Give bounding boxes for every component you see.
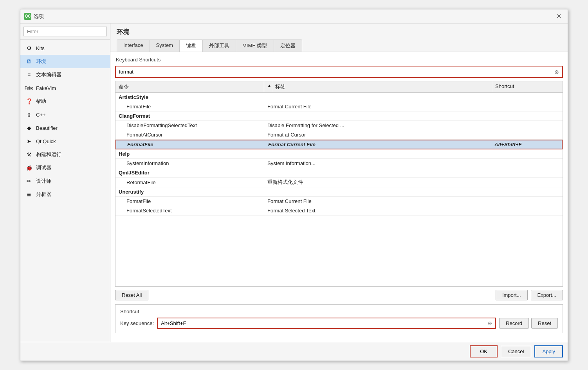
td-shortcut — [492, 124, 563, 127]
tab-locator[interactable]: 定位器 — [274, 40, 302, 52]
record-reset-buttons: Record Reset — [499, 318, 558, 329]
table-row[interactable]: FormatFileFormat Current FileAlt+Shift+F — [115, 140, 563, 149]
td-shortcut — [492, 115, 563, 117]
table-body: ArtisticStyleFormatFileFormat Current Fi… — [115, 93, 563, 216]
table-actions: Reset All Import... Export... — [115, 290, 563, 300]
table-row[interactable]: SystemInformationSystem Information... — [115, 159, 563, 168]
td-command: DisableFormattingSelectedText — [115, 121, 264, 129]
tab-keyboard[interactable]: 键盘 — [179, 40, 203, 52]
dialog: QC 选项 ✕ ⚙Kits🖥环境≡文本编辑器FakeFakeVim❓帮助{}C+… — [20, 9, 568, 361]
build-run-icon: ⚒ — [25, 151, 33, 158]
sidebar-item-kits[interactable]: ⚙Kits — [20, 41, 110, 55]
sidebar-list: ⚙Kits🖥环境≡文本编辑器FakeFakeVim❓帮助{}C++◆Beauti… — [20, 40, 110, 342]
app-icon: QC — [24, 13, 31, 20]
tab-external-tools[interactable]: 外部工具 — [202, 40, 236, 52]
td-command: FormatFile — [115, 102, 264, 111]
export-button[interactable]: Export... — [531, 290, 563, 300]
text-editor-icon: ≡ — [25, 71, 33, 79]
td-command: Uncrustify — [115, 188, 264, 196]
import-button[interactable]: Import... — [496, 290, 528, 300]
td-shortcut: Alt+Shift+F — [491, 140, 562, 149]
table-row[interactable]: QmlJSEditor — [115, 168, 563, 178]
sidebar-item-build-run[interactable]: ⚒构建和运行 — [20, 148, 110, 161]
th-shortcut: Shortcut — [492, 81, 563, 92]
sidebar-item-debugger[interactable]: 🐞调试器 — [20, 161, 110, 174]
sidebar-item-analyzer[interactable]: ≣分析器 — [20, 188, 110, 201]
sidebar-item-text-editor[interactable]: ≡文本编辑器 — [20, 68, 110, 81]
reset-all-button[interactable]: Reset All — [115, 290, 148, 300]
td-command: FormatAtCursor — [115, 131, 264, 139]
search-row: ⊗ — [115, 66, 563, 78]
import-export-group: Import... Export... — [496, 290, 563, 300]
cancel-button[interactable]: Cancel — [501, 346, 531, 357]
tab-mime-types[interactable]: MIME 类型 — [236, 40, 274, 52]
key-sequence-input[interactable] — [158, 318, 485, 328]
sidebar-item-help[interactable]: ❓帮助 — [20, 95, 110, 108]
shortcut-section-title: Shortcut — [120, 309, 558, 314]
apply-button[interactable]: Apply — [534, 345, 563, 357]
sidebar-item-cpp[interactable]: {}C++ — [20, 108, 110, 121]
table-row[interactable]: DisableFormattingSelectedTextDisable For… — [115, 121, 563, 130]
td-shortcut — [492, 210, 563, 212]
th-tag: 标签 — [272, 81, 492, 92]
filter-wrap — [20, 23, 110, 40]
qt-quick-icon: ➤ — [25, 137, 33, 145]
td-tag: Format at Cursor — [264, 131, 492, 139]
td-tag: System Information... — [264, 159, 492, 167]
td-shortcut — [492, 181, 563, 183]
th-arrow[interactable]: ▲ — [264, 81, 272, 92]
table-row[interactable]: ArtisticStyle — [115, 93, 563, 102]
kits-icon: ⚙ — [25, 44, 33, 52]
ok-button[interactable]: OK — [470, 345, 498, 357]
environment-icon: 🖥 — [25, 57, 33, 65]
filter-input[interactable] — [23, 27, 107, 36]
td-command: ArtisticStyle — [115, 93, 264, 101]
table-row[interactable]: ReformatFile重新格式化文件 — [115, 178, 563, 187]
search-clear-icon[interactable]: ⊗ — [551, 67, 562, 77]
table-row[interactable]: FormatSelectedTextFormat Selected Text — [115, 206, 563, 216]
sidebar-label-text-editor: 文本编辑器 — [36, 71, 61, 78]
table-row[interactable]: Help — [115, 149, 563, 159]
sidebar-label-fakevim: FakeVim — [36, 85, 56, 91]
table-row[interactable]: FormatFileFormat Current File — [115, 197, 563, 206]
debugger-icon: 🐞 — [25, 164, 33, 172]
title-bar: QC 选项 ✕ — [20, 9, 568, 23]
key-seq-clear-icon[interactable]: ⊗ — [485, 319, 495, 328]
td-command: FormatFile — [116, 140, 265, 149]
table-row[interactable]: ClangFormat — [115, 111, 563, 121]
table-row[interactable]: Uncrustify — [115, 187, 563, 197]
td-shortcut — [492, 162, 563, 165]
main-content: 环境 InterfaceSystem键盘外部工具MIME 类型定位器 Keybo… — [110, 23, 568, 342]
td-command: FormatFile — [115, 197, 264, 205]
sidebar-label-designer: 设计师 — [36, 178, 51, 185]
record-button[interactable]: Record — [499, 318, 529, 329]
tab-interface[interactable]: Interface — [117, 40, 150, 52]
sidebar-item-beautifier[interactable]: ◆Beautifier — [20, 121, 110, 135]
td-tag: Format Current File — [264, 102, 492, 111]
sidebar-item-fakevim[interactable]: FakeFakeVim — [20, 81, 110, 95]
key-sequence-row: Key sequence: ⊗ Record Reset — [120, 318, 558, 329]
table-row[interactable]: FormatAtCursorFormat at Cursor — [115, 130, 563, 140]
table-row[interactable]: FormatFileFormat Current File — [115, 102, 563, 111]
th-command: 命令 — [115, 81, 264, 92]
sidebar-item-designer[interactable]: ✏设计师 — [20, 174, 110, 188]
sidebar-label-build-run: 构建和运行 — [36, 151, 61, 158]
td-tag: 重新格式化文件 — [264, 178, 492, 187]
td-shortcut — [492, 134, 563, 136]
sidebar-item-environment[interactable]: 🖥环境 — [20, 55, 110, 68]
tabs: InterfaceSystem键盘外部工具MIME 类型定位器 — [110, 36, 568, 52]
cpp-icon: {} — [25, 111, 33, 119]
reset-button[interactable]: Reset — [531, 318, 558, 329]
td-shortcut — [492, 96, 563, 99]
td-command: ReformatFile — [115, 178, 264, 187]
sidebar-label-qt-quick: Qt Quick — [36, 138, 56, 144]
tab-system[interactable]: System — [150, 40, 180, 52]
shortcut-search-input[interactable] — [116, 66, 551, 77]
td-tag: Format Current File — [264, 197, 492, 205]
key-seq-input-wrap: ⊗ — [157, 318, 496, 329]
sidebar-label-environment: 环境 — [36, 58, 46, 65]
sidebar-item-qt-quick[interactable]: ➤Qt Quick — [20, 135, 110, 148]
close-button[interactable]: ✕ — [554, 12, 564, 21]
table-header: 命令 ▲ 标签 Shortcut — [115, 81, 563, 93]
panel-title: Keyboard Shortcuts — [115, 57, 563, 63]
